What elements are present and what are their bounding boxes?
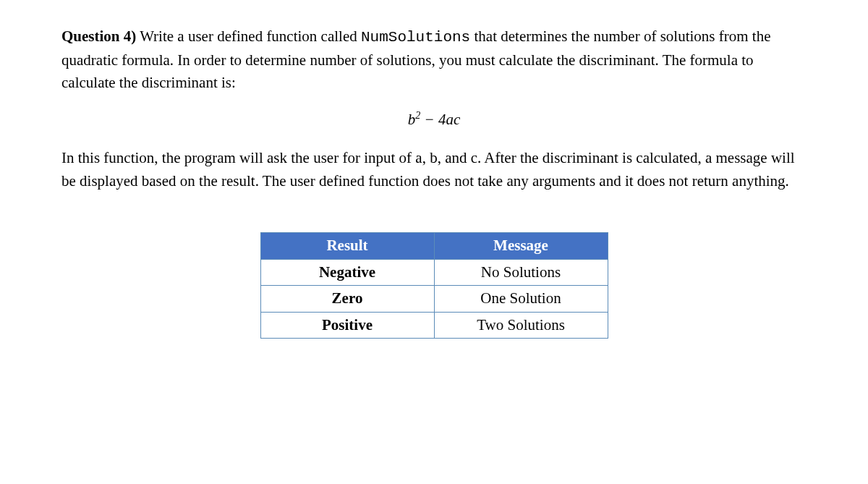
table-row: Positive Two Solutions — [260, 312, 608, 339]
question-label: Question 4) — [61, 27, 136, 45]
cell-result: Negative — [260, 259, 434, 286]
question-paragraph-2: In this function, the program will ask t… — [61, 147, 807, 192]
formula-b: b — [408, 111, 416, 128]
header-message: Message — [434, 233, 608, 260]
cell-result: Zero — [260, 286, 434, 313]
formula-minus: − 4 — [420, 111, 446, 128]
result-table-wrapper: Result Message Negative No Solutions Zer… — [61, 232, 807, 339]
table-header-row: Result Message — [260, 233, 608, 260]
discriminant-formula: b2 − 4ac — [61, 108, 807, 132]
table-row: Negative No Solutions — [260, 259, 608, 286]
formula-a: a — [446, 111, 454, 128]
cell-result: Positive — [260, 312, 434, 339]
table-row: Zero One Solution — [260, 286, 608, 313]
question-paragraph-1: Question 4) Write a user defined functio… — [61, 25, 807, 95]
cell-message: One Solution — [434, 286, 608, 313]
header-result: Result — [260, 233, 434, 260]
cell-message: Two Solutions — [434, 312, 608, 339]
cell-message: No Solutions — [434, 259, 608, 286]
question-text-before: Write a user defined function called — [136, 27, 361, 45]
formula-c: c — [454, 111, 460, 128]
function-name: NumSolutions — [361, 29, 470, 46]
result-table: Result Message Negative No Solutions Zer… — [260, 232, 608, 339]
